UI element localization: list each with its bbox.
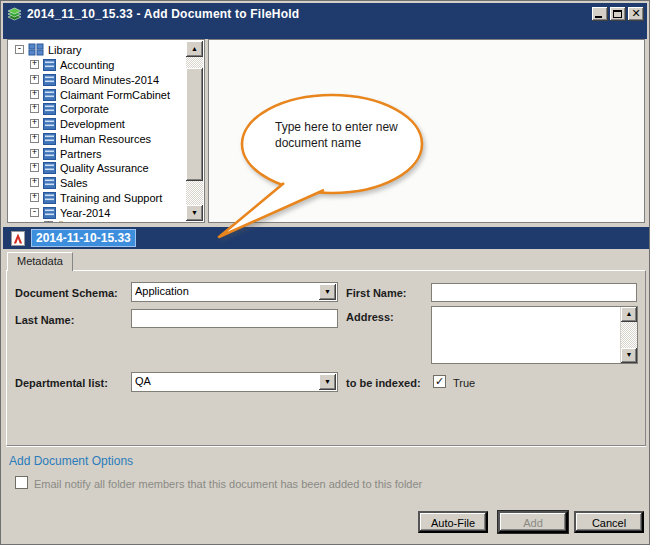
dropdown-button[interactable]: ▼	[319, 374, 336, 390]
cabinet-icon	[43, 177, 56, 189]
departmental-list-value: QA	[135, 375, 317, 387]
document-preview-panel	[208, 39, 645, 223]
window-controls: ✕	[592, 7, 644, 21]
document-schema-value: Application	[135, 285, 317, 297]
cabinet-icon	[43, 162, 56, 174]
scroll-up-button[interactable]: ▲	[186, 41, 203, 57]
tree-item[interactable]: + Human Resources	[8, 131, 151, 146]
scroll-down-button[interactable]: ▼	[186, 205, 203, 221]
add-document-dialog: 2014_11_10_15.33 - Add Document to FileH…	[0, 0, 650, 545]
library-grid-icon	[28, 43, 44, 56]
tree-item[interactable]: + Accounting	[8, 57, 114, 72]
dropdown-button[interactable]: ▼	[319, 284, 336, 300]
header-band: 2014_11_10_15.33 - Add Document to FileH…	[3, 3, 647, 39]
filename-bar: 2014-11-10-15.33	[3, 227, 649, 249]
tree-item[interactable]: + Quality Assurance	[8, 160, 149, 175]
close-icon: ✕	[628, 7, 644, 19]
tree-item-label: Corporate	[56, 103, 109, 115]
expand-icon[interactable]: +	[30, 75, 39, 84]
close-button[interactable]: ✕	[628, 7, 644, 21]
scroll-down-button[interactable]: ▼	[621, 348, 637, 363]
expand-icon[interactable]: +	[30, 193, 39, 202]
cancel-button[interactable]: Cancel	[574, 511, 644, 533]
tree-scrollbar[interactable]: ▲ ▼	[186, 41, 203, 221]
document-schema-label: Document Schema:	[15, 287, 118, 299]
tree-item-label: Partners	[56, 148, 102, 160]
collapse-icon[interactable]: -	[30, 208, 39, 217]
tree-item[interactable]: + Claimant FormCabinet	[8, 87, 170, 102]
cabinet-icon	[43, 59, 56, 71]
cabinet-icon	[43, 207, 56, 219]
tree-item[interactable]: + Training and Support	[8, 190, 162, 205]
pdf-icon	[11, 231, 25, 246]
tree-item[interactable]: + Sales	[8, 175, 88, 190]
last-name-label: Last Name:	[15, 314, 74, 326]
arrow-down-icon: ▼	[626, 351, 633, 358]
cabinet-icon	[43, 103, 56, 115]
cabinet-icon	[43, 148, 56, 160]
first-name-label: First Name:	[346, 287, 407, 299]
departmental-list-select[interactable]: QA ▼	[131, 372, 338, 392]
scroll-up-button[interactable]: ▲	[621, 307, 637, 322]
tree-item[interactable]: + Board Minutes-2014	[8, 72, 159, 87]
email-notify-checkbox[interactable]	[15, 476, 28, 489]
tree-item-label: Quality Assurance	[56, 162, 149, 174]
titlebar[interactable]: 2014_11_10_15.33 - Add Document to FileH…	[3, 3, 647, 25]
cabinet-icon	[43, 118, 56, 130]
tree-item-label: Library	[44, 44, 82, 56]
minimize-button[interactable]	[592, 7, 608, 21]
to-be-indexed-label: to be indexed:	[346, 377, 421, 389]
window-title: 2014_11_10_15.33 - Add Document to FileH…	[27, 7, 299, 21]
expand-icon[interactable]: +	[30, 104, 39, 113]
cabinet-icon	[43, 89, 56, 101]
cabinet-icon	[43, 74, 56, 86]
expand-icon[interactable]: +	[30, 178, 39, 187]
tree-item-label: Board Minutes-2014	[56, 74, 159, 86]
expand-icon[interactable]: +	[30, 134, 39, 143]
arrow-down-icon: ▼	[191, 209, 198, 216]
tree-item[interactable]: + Partners	[8, 146, 102, 161]
maximize-button[interactable]	[610, 7, 626, 21]
minimize-icon	[595, 16, 602, 18]
tree-item-label: Human Resources	[56, 133, 151, 145]
add-button[interactable]: Add	[498, 511, 568, 533]
cabinet-icon	[43, 192, 56, 204]
arrow-up-icon: ▲	[626, 310, 633, 317]
tree-item-label: Accounting	[56, 59, 114, 71]
expand-icon[interactable]: +	[30, 60, 39, 69]
folder-icon	[57, 220, 72, 224]
scrollbar-thumb[interactable]	[186, 68, 203, 181]
expand-icon[interactable]: +	[30, 90, 39, 99]
last-name-input[interactable]	[131, 309, 338, 328]
tree-item-library[interactable]: - Library	[8, 42, 82, 57]
to-be-indexed-value: True	[453, 377, 475, 389]
tree-item[interactable]: + Development	[8, 116, 125, 131]
arrow-up-icon: ▲	[191, 45, 198, 52]
expand-icon[interactable]: +	[44, 221, 53, 223]
document-name-input[interactable]: 2014-11-10-15.33	[31, 229, 136, 247]
departmental-list-label: Departmental list:	[15, 377, 108, 389]
expand-icon[interactable]: +	[30, 119, 39, 128]
tree-item-label: Claimant FormCabinet	[56, 89, 170, 101]
address-label: Address:	[346, 311, 394, 323]
first-name-input[interactable]	[431, 283, 637, 302]
expand-icon[interactable]: +	[30, 149, 39, 158]
auto-file-button[interactable]: Auto-File	[418, 511, 488, 533]
callout-text: Type here to enter new document name	[275, 119, 407, 151]
expand-icon[interactable]: +	[30, 163, 39, 172]
to-be-indexed-checkbox[interactable]	[433, 375, 446, 388]
add-document-options-heading: Add Document Options	[9, 454, 133, 468]
maximize-icon	[613, 10, 622, 18]
address-textarea[interactable]: ▲ ▼	[431, 306, 638, 364]
tree-item-label: Development	[56, 118, 125, 130]
tree-item[interactable]: + Corporate	[8, 101, 109, 116]
chevron-down-icon: ▼	[324, 378, 331, 385]
cabinet-icon	[43, 133, 56, 145]
collapse-icon[interactable]: -	[15, 45, 24, 54]
address-scrollbar[interactable]: ▲ ▼	[620, 307, 637, 363]
document-schema-select[interactable]: Application ▼	[131, 282, 338, 302]
tab-metadata[interactable]: Metadata	[7, 252, 73, 271]
tree-item-partial[interactable]: +	[8, 218, 72, 223]
email-notify-label: Email notify all folder members that thi…	[34, 478, 422, 490]
tree-item-label: Year-2014	[56, 207, 110, 219]
